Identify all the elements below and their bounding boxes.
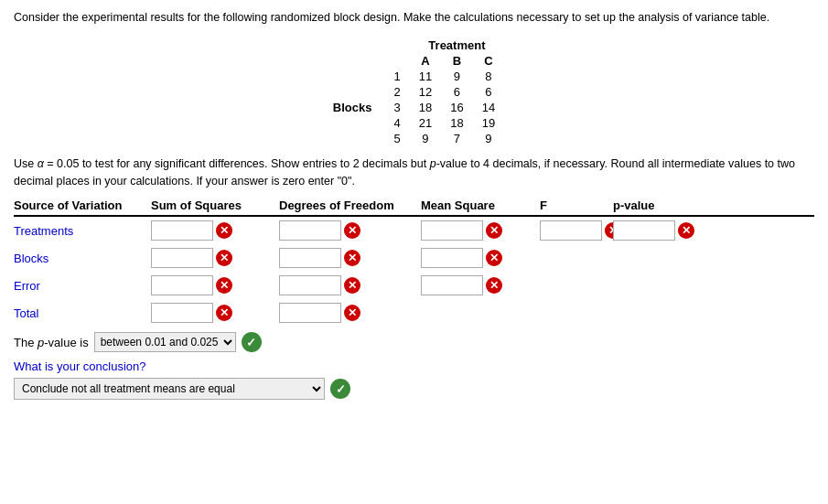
block-num-3: 3 [385,100,410,115]
df-blocks-input[interactable] [279,248,341,268]
ms-blocks-error-icon[interactable]: ✕ [486,250,502,266]
ss-treatments-error-icon[interactable]: ✕ [216,222,232,239]
cell-5-b: 7 [441,131,472,146]
cell-2-a: 12 [410,84,441,100]
conclusion-check-icon: ✓ [330,379,350,399]
df-error-group: ✕ [279,275,421,295]
source-treatments: Treatments [14,224,151,238]
df-total-input[interactable] [279,303,341,323]
ms-treatments-group: ✕ [421,220,540,241]
cell-1-b: 9 [441,69,472,84]
data-table-wrapper: Treatment A B C 1 11 9 8 2 12 6 6 [14,38,814,146]
pvalue-row: The p-value is between 0.01 and 0.025 le… [14,332,814,352]
ss-error-error-icon[interactable]: ✕ [216,277,232,294]
block-num-4: 4 [385,115,410,131]
cell-3-b: 16 [441,100,472,115]
df-blocks-group: ✕ [279,248,421,268]
conclusion-label: What is your conclusion? [14,359,814,373]
cell-2-c: 6 [473,84,504,100]
pval-treatments-group: ✕ [613,220,704,241]
anova-row-treatments: Treatments ✕ ✕ ✕ ✕ ✕ [14,220,814,241]
ss-treatments-group: ✕ [151,220,279,241]
cell-5-c: 9 [473,131,504,146]
ms-treatments-error-icon[interactable]: ✕ [486,222,502,239]
block-num-1: 1 [385,69,410,84]
ss-blocks-error-icon[interactable]: ✕ [216,250,232,266]
cell-4-b: 18 [441,115,472,131]
problem-text: Consider the experimental results for th… [14,9,814,27]
df-blocks-error-icon[interactable]: ✕ [344,250,360,266]
cell-1-a: 11 [410,69,441,84]
header-df: Degrees of Freedom [279,198,421,212]
header-ss: Sum of Squares [151,198,279,212]
ss-blocks-input[interactable] [151,248,213,268]
cell-4-a: 21 [410,115,441,131]
data-table: Treatment A B C 1 11 9 8 2 12 6 6 [324,38,504,146]
source-blocks: Blocks [14,252,151,265]
block-num-2: 2 [385,84,410,100]
ss-blocks-group: ✕ [151,248,279,268]
source-total: Total [14,306,151,320]
ss-total-group: ✕ [151,303,279,323]
cell-2-b: 6 [441,84,472,100]
cell-5-a: 9 [410,131,441,146]
header-source: Source of Variation [14,198,151,212]
df-treatments-error-icon[interactable]: ✕ [344,222,360,239]
col-b-header: B [441,53,472,69]
anova-row-error: Error ✕ ✕ ✕ [14,275,814,295]
anova-section: Source of Variation Sum of Squares Degre… [14,198,814,323]
ss-treatments-input[interactable] [151,220,213,241]
problem-container: Consider the experimental results for th… [14,9,814,400]
block-num-5: 5 [385,131,410,146]
ms-error-error-icon[interactable]: ✕ [486,277,502,294]
treatment-header: Treatment [410,38,504,53]
df-error-error-icon[interactable]: ✕ [344,277,360,294]
conclusion-select[interactable]: Conclude not all treatment means are equ… [14,378,325,400]
conclusion-row: Conclude not all treatment means are equ… [14,378,814,400]
df-treatments-group: ✕ [279,220,421,241]
header-f: F [540,198,613,212]
ms-treatments-input[interactable] [421,220,483,241]
ms-blocks-input[interactable] [421,248,483,268]
ss-error-input[interactable] [151,275,213,295]
cell-4-c: 19 [473,115,504,131]
pval-treatments-error-icon[interactable]: ✕ [678,222,694,239]
f-treatments-group: ✕ [540,220,613,241]
col-a-header: A [410,53,441,69]
df-error-input[interactable] [279,275,341,295]
f-treatments-input[interactable] [540,220,602,241]
anova-row-blocks: Blocks ✕ ✕ ✕ [14,248,814,268]
ms-error-group: ✕ [421,275,540,295]
blocks-label: Blocks [324,100,385,115]
ms-error-input[interactable] [421,275,483,295]
ss-total-error-icon[interactable]: ✕ [216,305,232,321]
source-error: Error [14,279,151,293]
col-c-header: C [473,53,504,69]
ss-error-group: ✕ [151,275,279,295]
df-total-group: ✕ [279,303,421,323]
df-total-error-icon[interactable]: ✕ [344,305,360,321]
header-ms: Mean Square [421,198,540,212]
pvalue-select[interactable]: between 0.01 and 0.025 less than 0.01 be… [94,332,236,352]
pvalue-check-icon: ✓ [242,332,262,352]
ms-blocks-group: ✕ [421,248,540,268]
pval-treatments-input[interactable] [613,220,675,241]
anova-row-total: Total ✕ ✕ [14,303,814,323]
cell-3-c: 14 [473,100,504,115]
df-treatments-input[interactable] [279,220,341,241]
anova-header-row: Source of Variation Sum of Squares Degre… [14,198,814,217]
cell-3-a: 18 [410,100,441,115]
ss-total-input[interactable] [151,303,213,323]
alpha-text: Use α = 0.05 to test for any significant… [14,155,814,190]
cell-1-c: 8 [473,69,504,84]
header-pval: p-value [613,198,704,212]
pvalue-label: The p-value is [14,336,89,349]
